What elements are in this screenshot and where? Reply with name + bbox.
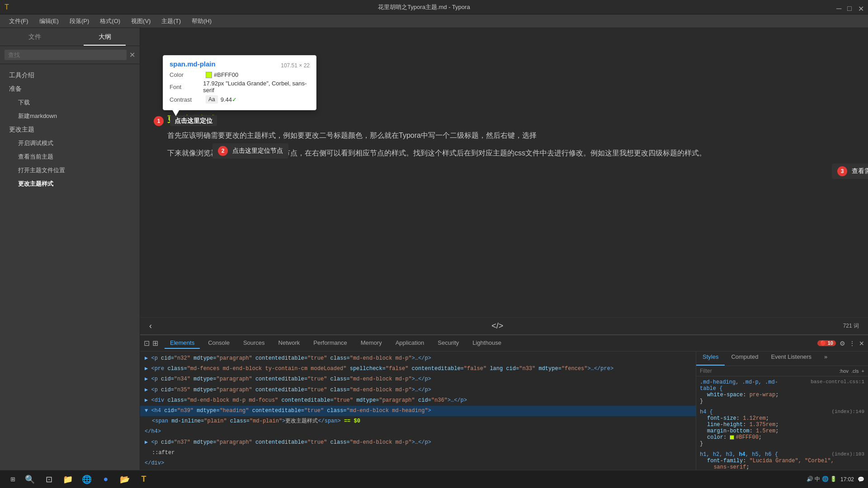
devtools-tab-application[interactable]: Application <box>390 338 430 349</box>
dom-line-1[interactable]: ▶ <pre class="md-fences md-end-block ty-… <box>140 364 696 374</box>
window-title: 花里胡哨之Typora主题.md - Typora <box>12 3 836 11</box>
para-1: 首先应该明确需要更改的主题样式，例如要更改二号标题颜色，那么就在Typora中写… <box>167 129 841 141</box>
system-tray: 🔊 中 🌐 🔋 17:02 💬 <box>807 475 864 483</box>
annotation-label-2: 点击这里定位节点 <box>232 147 283 154</box>
sidebar-nav: 工具介绍 准备 下载 新建markdown 更改主题 开启调试模式 查看当前主题… <box>0 64 140 195</box>
css-line-font-family-2: sans-serif; <box>700 464 864 470</box>
close-button[interactable]: ✕ <box>858 5 863 10</box>
menu-view[interactable]: 视图(V) <box>126 15 156 27</box>
taskbar-search-button[interactable]: 🔍 <box>22 471 38 488</box>
css-selector-1: .md-heading, .md-p, .md- base-control.cs… <box>700 379 864 385</box>
taskbar-files-button[interactable]: 📂 <box>117 471 133 488</box>
taskbar-icons: 🔍 ⊡ 📁 🌐 ● 📂 T <box>22 471 807 488</box>
annotation-label-3: 查看需要修改节点的样式 <box>852 167 868 174</box>
devtools-tab-lighthouse[interactable]: Lighthouse <box>467 338 507 349</box>
start-button[interactable]: ⊞ <box>4 473 22 486</box>
nav-code-button[interactable]: </> <box>491 321 503 331</box>
contrast-aa-badge: Aa <box>206 95 218 103</box>
tooltip-contrast-value: 9.44 <box>221 96 232 103</box>
tab-files[interactable]: 文件 <box>0 28 70 46</box>
css-line-color: color: #BFFF00; <box>700 434 864 441</box>
tooltip-font-value: 17.92px "Lucida Grande", Corbel, sans-se… <box>203 80 310 94</box>
menu-theme[interactable]: 主题(T) <box>156 15 186 27</box>
filter-add-button[interactable]: + <box>862 368 864 374</box>
devtools-settings-button[interactable]: ⚙ <box>840 340 845 347</box>
nav-item-download[interactable]: 下载 <box>0 96 140 109</box>
devtools-tab-security[interactable]: Security <box>432 338 464 349</box>
error-count-badge: 🔴 10 <box>817 340 836 346</box>
nav-bar: ‹ </> 721 词 <box>140 317 868 334</box>
taskbar-chrome-button[interactable]: ● <box>98 471 114 488</box>
css-line-margin-bottom: margin-bottom: 1.5rem; <box>700 428 864 434</box>
dom-line-0[interactable]: ▶ <p cid="n32" mdtype="paragraph" conten… <box>140 353 696 364</box>
menu-edit[interactable]: 编辑(E) <box>34 15 64 27</box>
devtools-tab-performance[interactable]: Performance <box>308 338 352 349</box>
tab-outline[interactable]: 大纲 <box>70 28 140 46</box>
nav-item-debug-mode[interactable]: 开启调试模式 <box>0 136 140 150</box>
devtools-content: ▶ <p cid="n32" mdtype="paragraph" conten… <box>140 352 868 478</box>
taskbar-typora-button[interactable]: T <box>136 471 152 488</box>
devtools-device-icon[interactable]: ⊞ <box>152 339 158 347</box>
dom-line-after[interactable]: ::after <box>147 448 696 458</box>
color-swatch <box>206 72 212 78</box>
filter-actions: :hov .cls + <box>839 368 864 374</box>
nav-item-new-md[interactable]: 新建markdown <box>0 109 140 123</box>
styles-tab-event-listeners[interactable]: Event Listeners <box>764 352 818 366</box>
devtools-close-button[interactable]: ✕ <box>859 340 864 347</box>
maximize-button[interactable]: □ <box>847 5 853 10</box>
devtools-tab-elements[interactable]: Elements <box>165 338 200 349</box>
nav-item-theme-location[interactable]: 打开主题文件位置 <box>0 164 140 177</box>
dom-line-5[interactable]: ▶ <p cid="n37" mdtype="paragraph" conten… <box>140 437 696 448</box>
sidebar-search-bar: ✕ <box>0 46 140 64</box>
notification-button[interactable]: 💬 <box>858 476 864 483</box>
devtools-tab-memory[interactable]: Memory <box>355 338 387 349</box>
nav-item-tools[interactable]: 工具介绍 <box>0 69 140 82</box>
nav-item-current-theme[interactable]: 查看当前主题 <box>0 150 140 164</box>
filter-cls-button[interactable]: .cls <box>851 368 859 374</box>
sidebar-tabs: 文件 大纲 <box>0 28 140 46</box>
menu-help[interactable]: 帮助(H) <box>186 15 217 27</box>
styles-tab-styles[interactable]: Styles <box>696 352 725 366</box>
dom-line-span[interactable]: <span md-inline="plain" class="md-plain"… <box>147 416 696 427</box>
clear-search-button[interactable]: ✕ <box>129 51 135 59</box>
dom-line-h4-close[interactable]: </h4> <box>140 427 696 437</box>
styles-tab-more[interactable]: » <box>818 352 834 366</box>
dom-panel: ▶ <p cid="n32" mdtype="paragraph" conten… <box>140 352 696 478</box>
taskbar-browser-button[interactable]: 🌐 <box>79 471 95 488</box>
search-input[interactable] <box>5 50 127 60</box>
menu-file[interactable]: 文件(F) <box>4 15 34 27</box>
nav-prev-button[interactable]: ‹ <box>149 321 152 331</box>
tooltip-contrast-label: Contrast <box>170 96 206 103</box>
devtools-more-button[interactable]: ⋮ <box>849 340 855 347</box>
taskbar-task-view-button[interactable]: ⊡ <box>41 471 57 488</box>
devtools-actions: 🔴 10 ⚙ ⋮ ✕ <box>817 340 864 347</box>
content-area: ♪ 音乐 选用的是这个主题，所以要更改样式就编辑这个css文件即可 span.m… <box>140 28 868 334</box>
minimize-button[interactable]: ─ <box>836 5 842 10</box>
css-brace-2: } <box>700 441 864 447</box>
dom-line-2[interactable]: ▶ <p cid="n34" mdtype="paragraph" conten… <box>140 374 696 385</box>
dom-line-4[interactable]: ▶ <div class="md-end-block md-p md-focus… <box>140 395 696 406</box>
devtools-cursor-icon[interactable]: ⊡ <box>144 339 150 347</box>
tooltip-color-value: #BFFF00 <box>214 71 238 78</box>
tooltip-contrast-row: Contrast Aa 9.44 ✓ <box>170 95 310 103</box>
styles-tab-computed[interactable]: Computed <box>725 352 764 366</box>
devtools-tab-sources[interactable]: Sources <box>238 338 270 349</box>
css-line-font-family: font-family: "Lucida Grande", "Corbel", <box>700 458 864 464</box>
nav-item-change-theme[interactable]: 更改主题 <box>0 123 140 136</box>
dom-line-3[interactable]: ▶ <p cid="n35" mdtype="paragraph" conten… <box>140 385 696 395</box>
devtools-tab-console[interactable]: Console <box>203 338 235 349</box>
nav-item-change-style[interactable]: 更改主题样式 <box>0 177 140 191</box>
main-layout: 文件 大纲 ✕ 工具介绍 准备 下载 新建markdown 更改主题 开启调试模… <box>0 28 868 488</box>
styles-filter-input[interactable] <box>700 368 839 374</box>
css-line-whitespace: white-space: pre-wrap; <box>700 392 864 398</box>
dom-line-div-close[interactable]: </div> <box>140 458 696 469</box>
annotation-num-2: 2 <box>218 146 228 156</box>
menu-format[interactable]: 格式(O) <box>94 15 126 27</box>
menu-paragraph[interactable]: 段落(P) <box>64 15 94 27</box>
taskbar-file-manager-button[interactable]: 📁 <box>60 471 76 488</box>
filter-hov-button[interactable]: :hov <box>839 368 849 374</box>
nav-item-prepare[interactable]: 准备 <box>0 82 140 96</box>
titlebar: T 花里胡哨之Typora主题.md - Typora ─ □ ✕ <box>0 0 868 14</box>
dom-line-h4[interactable]: ▼ <h4 cid="n39" mdtype="heading" content… <box>140 406 696 416</box>
devtools-tab-network[interactable]: Network <box>273 338 306 349</box>
